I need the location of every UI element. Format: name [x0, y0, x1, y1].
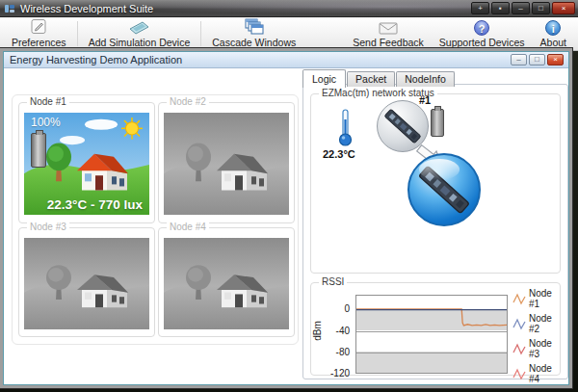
app-icon: [4, 3, 15, 14]
node-number-badge: #1: [419, 94, 431, 106]
supported-devices-button[interactable]: ? Supported Devices: [432, 17, 533, 50]
chart-legend: Node #1 Node #2 Node #3: [512, 288, 560, 384]
node1-status-text: 22.3°C - 770 lux: [47, 197, 143, 212]
simulation-device-icon: [127, 18, 150, 36]
line-swatch-icon: [512, 368, 527, 380]
logic-tabpage: EZMac(tm) network status 22.3°C: [302, 84, 568, 379]
node1-group: Node #1 100% 22.3°C - 770 lux: [18, 102, 155, 223]
child-minimize-button[interactable]: –: [511, 54, 527, 65]
thermometer-icon: [336, 108, 354, 146]
node3-group: Node #3: [18, 227, 155, 337]
dock-button[interactable]: ▪: [491, 2, 510, 14]
main-window: Wireless Development Suite + ▪ – □ × Pre…: [0, 0, 578, 392]
node2-scene[interactable]: [164, 113, 289, 215]
temperature-value: 22.3°C: [323, 148, 355, 160]
legend-item: Node #2: [512, 313, 560, 334]
node4-group: Node #4: [158, 227, 295, 337]
child-window: Energy Harvesting Demo Application – □ ×…: [3, 51, 569, 385]
y-tick: -40: [317, 326, 350, 336]
y-tick: 0: [317, 303, 350, 314]
rssi-group-label: RSSI: [319, 276, 347, 287]
child-window-title: Energy Harvesting Demo Application: [10, 54, 182, 65]
child-caption-buttons: – □ ×: [511, 54, 564, 65]
cascade-windows-button[interactable]: Cascade Windows: [204, 17, 303, 50]
cascade-windows-icon: [244, 18, 265, 36]
question-icon: ?: [474, 19, 489, 36]
node2-label: Node #2: [167, 96, 209, 107]
node1-label: Node #1: [27, 96, 69, 107]
node1-battery-percent: 100%: [31, 116, 61, 129]
send-feedback-button[interactable]: Send Feedback: [345, 17, 432, 50]
node4-scene[interactable]: [164, 238, 289, 329]
node2-group: Node #2: [158, 102, 295, 223]
child-client-area: Node #1 100% 22.3°C - 770 lux Node #2: [4, 68, 568, 384]
rssi-group: RSSI dBm 0 -40 -80 -120: [310, 282, 561, 376]
y-tick: -80: [317, 347, 350, 357]
about-button[interactable]: i About: [533, 17, 574, 50]
rssi-series-lines: [356, 296, 507, 373]
battery-icon: [31, 133, 46, 168]
node3-scene[interactable]: [24, 238, 149, 329]
main-titlebar: Wireless Development Suite + ▪ – □ ×: [0, 0, 578, 17]
minimize-button[interactable]: –: [512, 2, 530, 14]
child-close-button[interactable]: ×: [547, 54, 564, 65]
main-caption-buttons: + ▪ – □ ×: [471, 2, 575, 14]
line-swatch-icon: [512, 293, 527, 305]
battery-icon: [431, 109, 444, 137]
close-button[interactable]: ×: [552, 2, 575, 14]
y-tick: -120: [317, 368, 350, 379]
rssi-chart-plot: [355, 295, 508, 374]
toolbar-spacer: [303, 17, 345, 50]
node1-scene[interactable]: 100% 22.3°C - 770 lux: [24, 113, 149, 215]
child-titlebar: Energy Harvesting Demo Application – □ ×: [4, 52, 568, 68]
node3-label: Node #3: [27, 222, 69, 232]
envelope-icon: [378, 19, 399, 36]
add-simulation-device-button[interactable]: Add Simulation Device: [81, 17, 198, 50]
desktop-background: Wireless Development Suite + ▪ – □ × Pre…: [0, 0, 578, 392]
master-node-icon[interactable]: [407, 153, 481, 226]
legend-item: Node #4: [512, 363, 560, 384]
toolbar-separator: [77, 21, 78, 46]
tabstrip: Logic Packet NodeInfo: [302, 69, 456, 87]
preferences-button[interactable]: Preferences: [4, 17, 74, 50]
child-maximize-button[interactable]: □: [529, 54, 545, 65]
mdi-client-area: Energy Harvesting Demo Application – □ ×…: [3, 51, 569, 385]
tab-nodeinfo[interactable]: NodeInfo: [396, 71, 455, 87]
network-status-group: EZMac(tm) network status 22.3°C: [310, 93, 561, 274]
legend-item: Node #3: [512, 338, 560, 359]
node4-label: Node #4: [167, 222, 209, 232]
legend-item: Node #1: [512, 288, 560, 309]
tab-logic[interactable]: Logic: [302, 69, 346, 88]
preferences-icon: [29, 18, 48, 36]
line-swatch-icon: [512, 343, 527, 355]
line-swatch-icon: [512, 318, 527, 330]
info-icon: i: [545, 19, 561, 36]
toolbar-separator: [200, 21, 201, 46]
maximize-button[interactable]: □: [532, 2, 550, 14]
move-button[interactable]: +: [471, 2, 489, 14]
toolbar: Preferences Add Simulation Device: [0, 17, 578, 51]
window-title: Wireless Development Suite: [20, 3, 153, 14]
tab-packet[interactable]: Packet: [347, 71, 395, 87]
